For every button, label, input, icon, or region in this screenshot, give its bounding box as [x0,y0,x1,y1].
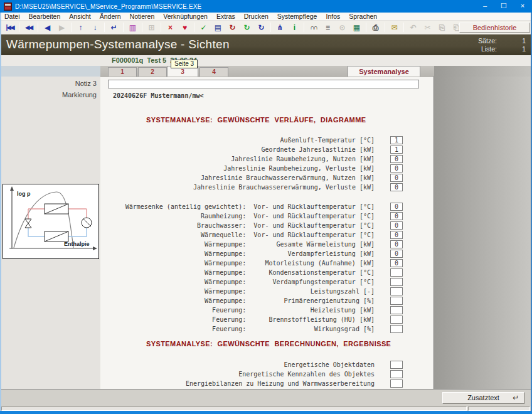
menu-extras[interactable]: Extras [212,13,240,21]
analysis-row: Jahreslinie Raumbeheizung, Verluste [kW]… [100,164,434,174]
row-value-field[interactable]: 0 [390,174,403,182]
menu-infos[interactable]: Infos [321,13,344,21]
row-label: Wärmepumpe: Primärenergienutzung [%] [205,297,375,304]
printer-icon[interactable]: ⎙ [368,22,383,33]
menu-verknuepfungen[interactable]: Verknüpfungen [159,13,212,21]
analysis-row: Jahreslinie Raumbeheizung, Nutzen [kW]0 [100,155,434,164]
row-value-field[interactable]: 1 [390,136,403,144]
row-value-field[interactable] [390,278,403,286]
confirm-check-icon[interactable]: ✓ [196,22,211,33]
row-value-field[interactable]: 0 [390,250,403,258]
menu-bar: DateiBearbeitenAnsichtÄndernNotierenVerk… [0,13,532,21]
favorite-heart-icon[interactable]: ♥ [178,22,192,33]
refresh-red-icon[interactable]: ↻ [225,22,240,33]
row-value-field[interactable]: 0 [390,203,403,211]
row-value-field[interactable] [390,268,403,277]
row-value-field[interactable]: 0 [390,231,403,239]
menu-datei[interactable]: Datei [0,13,24,21]
row-value-field[interactable]: 0 [390,259,403,267]
minimize-button[interactable]: – [476,0,494,13]
row-value-field[interactable] [390,361,403,369]
branch-link-icon[interactable]: ⋔ [273,22,287,33]
envelope-mail-icon[interactable]: ✉ [387,22,402,33]
nav-down-icon[interactable]: ↓ [88,22,102,33]
row-value-field[interactable] [390,297,403,305]
right-panel [434,77,532,389]
status-cell-right [468,406,530,411]
header-band: Wärmepumpen-Systemanalyse - Sichten Sätz… [0,34,532,55]
toolbar-separator [403,23,404,32]
row-label: Wärmepumpe: Verdampferleistung [kW] [205,250,375,257]
row-label: Außenluft-Temperatur [°C] [280,137,375,144]
row-value-field[interactable]: 0 [390,221,403,230]
nav-up-icon[interactable]: ↑ [73,22,88,33]
palette-image-icon[interactable]: ▦ [349,22,364,33]
binoculars-search-icon[interactable]: ∩∩ [306,22,321,33]
row-value-field[interactable]: 1 [390,146,403,154]
row-value-field[interactable] [390,370,403,378]
analysis-row: Wärmepumpe: Verdampfungstemperatur [°C] [100,278,434,287]
tab-systemanalyse[interactable]: Systemanalyse [348,66,420,77]
document-page-icon[interactable]: ▤ [211,22,225,33]
menu-bearbeiten[interactable]: Bearbeiten [24,13,65,21]
tab-page-1[interactable]: 1 [108,67,137,77]
row-label: Brauchwasser: Vor- und Rücklauftemperatu… [197,222,375,229]
row-value-field[interactable] [390,380,403,388]
menu-aendern[interactable]: Ändern [95,13,125,21]
analysis-row: Feuerung: Wirkungsgrad [%] [100,325,434,334]
enter-confirm-icon[interactable]: ↵ [107,22,121,33]
analysis-row: Geordnete Jahreslastlinie [kW]1 [100,146,434,155]
liste-label: Liste: [459,45,497,53]
row-label: Energetische Kennzahlen des Objektes [238,371,375,378]
row-label: Wärmepumpe: Kondensationstemperatur [°C] [205,269,375,276]
info-icon[interactable]: i [287,22,302,33]
toolbar-separator [194,23,194,32]
row-label: Jahreslinie Raumbeheizung, Nutzen [kW] [231,156,375,162]
record-strip: F000001q Test 5 21.06.24 [0,55,532,66]
import-stamp-icon[interactable]: ▥ [125,22,140,33]
window-title: D:\MSEU25\MSERVICE\_MService_Programm\MS… [15,3,202,10]
row-value-field[interactable]: 0 [390,164,403,172]
toolbar-separator [161,23,161,32]
list-view-icon[interactable]: ≡ [321,22,335,33]
notiz-input[interactable] [108,80,419,88]
tab-page-2[interactable]: 2 [138,67,167,77]
row-value-field[interactable] [390,287,403,295]
zusatztext-label: Zusatztext [467,394,499,401]
nav-previous-icon[interactable]: ◀ [40,22,55,33]
menu-notieren[interactable]: Notieren [125,13,159,21]
toolbar-separator [270,23,271,32]
row-value-field[interactable] [390,306,403,314]
zusatztext-button[interactable]: Zusatztext ↵ [442,392,524,404]
tab-page-4[interactable]: 4 [200,67,228,77]
form-content: 20240626F Mustermann/mw< SYSTEMANALYSE: … [100,77,434,389]
row-value-field[interactable]: 0 [390,212,403,220]
row-value-field[interactable]: 0 [390,155,403,163]
nav-fast-back-icon[interactable]: ◀◀ [21,22,36,33]
menu-drucken[interactable]: Drucken [240,13,273,21]
menu-sprachen[interactable]: Sprachen [344,13,381,21]
menu-systempflege[interactable]: Systempflege [273,13,322,21]
app-window: D:\MSEU25\MSERVICE\_MService_Programm\MS… [0,0,532,414]
bedienhistorie-button[interactable]: Bedienhistorie [459,23,530,33]
analysis-row: Wärmequelle: Vor- und Rücklauftemperatur… [100,231,434,240]
nav-next-icon: ▶ [55,22,69,33]
nav-first-icon[interactable]: |◀◀ [3,22,17,33]
row-value-field[interactable] [390,316,403,324]
delete-icon[interactable]: × [163,22,178,33]
row-value-field[interactable]: 0 [390,240,403,248]
refresh-blue-icon[interactable]: ↻ [254,22,269,33]
analysis-row: Außenluft-Temperatur [°C]1 [100,136,434,146]
menu-ansicht[interactable]: Ansicht [65,13,95,21]
window-left-border [0,13,1,411]
close-button[interactable]: × [513,0,532,13]
toolbar-separator [385,23,385,32]
row-label: Energetische Objektdaten [284,361,375,368]
row-value-field[interactable]: 0 [390,183,403,191]
analysis-row: Wärmepumpe: Gesamte Wärmeleistung [kW]0 [100,240,434,250]
maximize-button[interactable]: ☐ [494,0,513,13]
section-title-verlaeufe: SYSTEMANALYSE: GEWÜNSCHTE VERLÄUFE, DIAG… [146,116,366,124]
row-value-field[interactable] [390,325,403,333]
refresh-green-icon[interactable]: ↻ [240,22,254,33]
toolbar-separator [123,23,124,32]
